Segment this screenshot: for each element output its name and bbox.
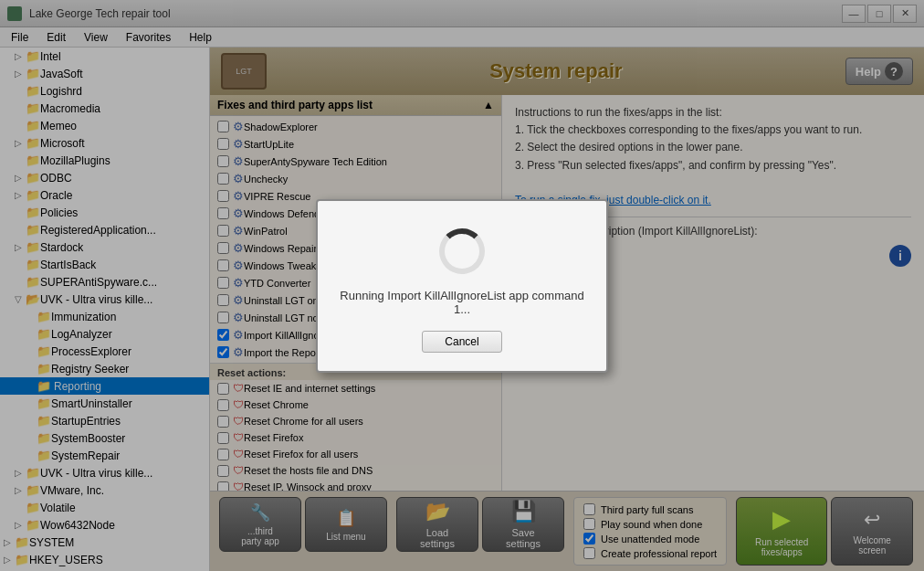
modal-text: Running Import KillAllIgnoreList app com… — [336, 289, 588, 316]
modal-dialog: Running Import KillAllIgnoreList app com… — [316, 199, 608, 373]
loading-spinner — [439, 228, 485, 274]
modal-overlay: Running Import KillAllIgnoreList app com… — [0, 0, 924, 571]
cancel-button[interactable]: Cancel — [422, 331, 501, 353]
